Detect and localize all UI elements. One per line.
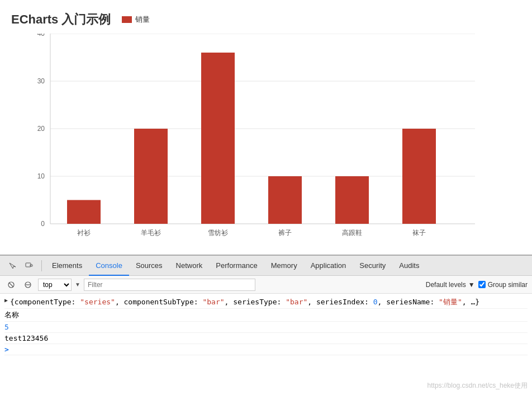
filter-input[interactable]: [84, 279, 255, 291]
bar-chart-svg: 0 10 20 30 40 衬衫 羊毛衫 雪纺衫 裤子 高跟鞋 袜子: [22, 34, 503, 252]
tab-application[interactable]: Application: [304, 256, 353, 276]
console-toolbar: top ▼ Default levels ▼ Group similar: [0, 276, 532, 294]
tab-security[interactable]: Security: [353, 256, 392, 276]
bar-1: [134, 129, 168, 224]
default-levels-dropdown[interactable]: Default levels ▼: [426, 281, 475, 289]
console-prompt: >: [4, 345, 9, 354]
console-text-3: test123456: [4, 334, 48, 342]
devtools-tabs-bar: Elements Console Sources Network Perform…: [0, 256, 532, 276]
legend-label: 销量: [135, 15, 150, 25]
chart-area: ECharts 入门示例 销量 0 10 20 30 40: [0, 0, 532, 255]
context-dropdown-arrow: ▼: [75, 281, 80, 288]
y-label-20: 20: [37, 125, 45, 133]
x-label-1: 羊毛衫: [141, 229, 161, 237]
console-output: ▶ {componentType: "series", componentSub…: [0, 294, 532, 395]
y-label-40: 40: [37, 34, 45, 37]
default-levels-arrow: ▼: [468, 281, 475, 289]
bar-5: [402, 129, 436, 224]
tab-audits[interactable]: Audits: [392, 256, 426, 276]
y-label-30: 30: [37, 77, 45, 85]
chart-legend: 销量: [122, 15, 150, 25]
x-label-5: 袜子: [412, 229, 426, 237]
tab-console[interactable]: Console: [89, 256, 129, 276]
bar-0: [67, 200, 101, 224]
console-text-2: 5: [4, 323, 9, 331]
chart-title: ECharts 入门示例: [11, 11, 111, 28]
group-similar-label: Group similar: [488, 281, 528, 289]
console-line-0[interactable]: ▶ {componentType: "series", componentSub…: [4, 296, 528, 309]
legend-color-box: [122, 16, 132, 23]
x-label-4: 高跟鞋: [342, 229, 362, 237]
tab-sources[interactable]: Sources: [129, 256, 169, 276]
cursor-icon[interactable]: [4, 258, 20, 274]
tab-divider: [41, 260, 42, 271]
bar-4: [335, 176, 369, 224]
bar-2: [201, 53, 235, 224]
clear-console-button[interactable]: [4, 278, 18, 291]
console-line-2: 5: [4, 322, 528, 333]
x-label-3: 裤子: [278, 229, 292, 237]
y-label-0: 0: [41, 220, 45, 228]
svg-line-9: [9, 283, 13, 287]
tab-memory[interactable]: Memory: [264, 256, 304, 276]
console-text-1: 名称: [4, 310, 19, 320]
expand-arrow-0: ▶: [4, 297, 8, 303]
block-icon[interactable]: [21, 278, 35, 291]
tab-network[interactable]: Network: [169, 256, 210, 276]
console-prompt-line[interactable]: >: [4, 344, 528, 355]
tab-elements[interactable]: Elements: [45, 256, 89, 276]
watermark: https://blog.csdn.net/cs_heke使用: [428, 381, 528, 391]
tab-performance[interactable]: Performance: [209, 256, 264, 276]
y-label-10: 10: [37, 172, 45, 180]
console-line-1: 名称: [4, 309, 528, 322]
group-similar-checkbox[interactable]: [478, 281, 486, 288]
device-icon[interactable]: [21, 258, 37, 274]
x-label-2: 雪纺衫: [208, 229, 228, 237]
group-similar-area: Group similar: [478, 281, 528, 289]
console-line-3: test123456: [4, 333, 528, 344]
console-text-0: {componentType: "series", componentSubTy…: [10, 297, 479, 307]
context-selector[interactable]: top: [38, 279, 72, 291]
bar-3: [268, 176, 302, 224]
devtools-panel: Elements Console Sources Network Perform…: [0, 255, 532, 395]
x-label-0: 衬衫: [77, 229, 91, 237]
default-levels-label: Default levels: [426, 281, 466, 289]
